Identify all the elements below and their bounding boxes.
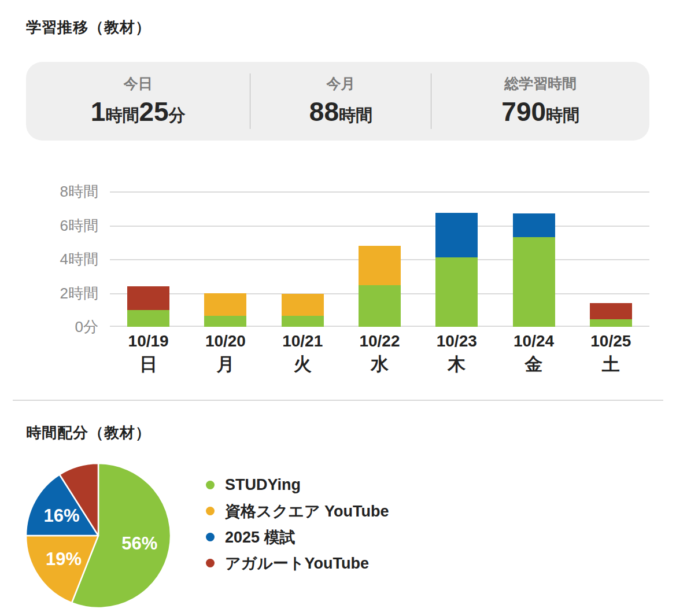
bar-slot	[341, 191, 418, 327]
pie-percent-label: 16%	[43, 506, 79, 526]
weekday-label: 火	[264, 352, 341, 377]
legend-color-dot	[206, 533, 215, 541]
pie-percent-label: 56%	[121, 533, 157, 554]
stat-total-label: 総学習時間	[504, 74, 577, 93]
legend-item: STUDYing	[206, 472, 389, 498]
bar-segment	[513, 213, 555, 237]
stat-today-label: 今日	[124, 74, 153, 93]
stacked-bar	[513, 213, 555, 327]
bar-segment	[590, 319, 632, 327]
date-label: 10/21	[264, 332, 341, 351]
date-label: 10/20	[187, 332, 264, 351]
legend-label: アガルートYouTube	[225, 553, 369, 574]
pie-percent-label: 19%	[46, 549, 82, 569]
bar-segment	[590, 303, 632, 319]
date-label: 10/23	[418, 332, 495, 351]
bar-segment	[513, 237, 555, 327]
bar-slot	[110, 191, 187, 327]
stacked-bar	[435, 213, 478, 327]
legend-label: 2025 模試	[225, 527, 295, 548]
weekday-label: 月	[187, 352, 264, 377]
stats-summary-card: 今日 1時間25分 今月 88時間 総学習時間 790時間	[26, 62, 649, 141]
stacked-bar	[204, 293, 246, 327]
bar-slot	[187, 191, 264, 327]
y-axis-label: 4時間	[23, 250, 98, 268]
legend-label: STUDYing	[225, 476, 301, 494]
bar-segment	[282, 316, 324, 327]
x-axis-label: 10/20月	[187, 332, 264, 377]
bar-segment	[282, 294, 324, 316]
bar-slot	[495, 191, 572, 327]
bar-segment	[359, 246, 401, 286]
pie-chart: 56%19%16%	[25, 462, 172, 609]
stat-today: 今日 1時間25分	[26, 62, 250, 141]
bar-chart: 0分2時間4時間6時間8時間	[110, 191, 649, 327]
stacked-bar	[127, 286, 169, 327]
date-label: 10/24	[495, 332, 572, 351]
x-axis-label: 10/24金	[495, 332, 572, 377]
bar-slot	[572, 191, 649, 327]
stat-this-month-label: 今月	[326, 74, 355, 93]
stacked-bar	[282, 294, 324, 327]
allocation-title: 時間配分（教材）	[26, 423, 151, 443]
weekday-label: 木	[418, 352, 495, 377]
bar-segment	[127, 286, 169, 310]
weekday-label: 日	[110, 352, 187, 377]
page-title: 学習推移（教材）	[26, 17, 151, 38]
weekday-label: 金	[495, 352, 572, 377]
date-label: 10/19	[110, 332, 187, 351]
x-axis-label: 10/19日	[110, 332, 187, 377]
legend-item: アガルートYouTube	[206, 550, 389, 576]
x-axis-label: 10/23木	[418, 332, 495, 377]
legend-color-dot	[206, 559, 215, 567]
y-axis-label: 6時間	[23, 216, 98, 235]
y-axis-label: 0分	[23, 318, 98, 336]
bar-segment	[359, 285, 401, 327]
legend-item: 資格スクエア YouTube	[206, 498, 389, 524]
stat-this-month: 今月 88時間	[250, 62, 431, 141]
section-divider	[13, 400, 663, 401]
bar-chart-x-axis: 10/19日10/20月10/21火10/22水10/23木10/24金10/2…	[110, 332, 649, 377]
bar-segment	[435, 213, 478, 258]
bar-segment	[127, 310, 169, 327]
x-axis-label: 10/22水	[341, 332, 418, 377]
weekday-label: 水	[341, 352, 418, 377]
stacked-bar	[590, 303, 632, 327]
stat-total-value: 790時間	[501, 98, 579, 128]
pie-legend: STUDYing資格スクエア YouTube2025 模試アガルートYouTub…	[206, 472, 389, 576]
bars-container	[110, 191, 649, 327]
legend-color-dot	[206, 507, 215, 515]
x-axis-label: 10/25土	[572, 332, 649, 377]
bar-slot	[418, 191, 495, 327]
stat-total: 総学習時間 790時間	[431, 62, 649, 141]
legend-label: 資格スクエア YouTube	[225, 501, 389, 522]
x-axis-label: 10/21火	[264, 332, 341, 377]
date-label: 10/25	[572, 332, 649, 351]
legend-item: 2025 模試	[206, 524, 389, 550]
date-label: 10/22	[341, 332, 418, 351]
bar-segment	[204, 293, 246, 316]
stat-this-month-value: 88時間	[309, 98, 372, 128]
legend-color-dot	[206, 481, 215, 489]
bar-segment	[204, 316, 246, 327]
bar-segment	[435, 257, 478, 327]
bar-slot	[264, 191, 341, 327]
stacked-bar	[359, 246, 401, 327]
weekday-label: 土	[572, 352, 649, 377]
y-axis-label: 8時間	[23, 182, 98, 201]
y-axis-label: 2時間	[23, 284, 98, 303]
stat-today-value: 1時間25分	[91, 98, 186, 128]
